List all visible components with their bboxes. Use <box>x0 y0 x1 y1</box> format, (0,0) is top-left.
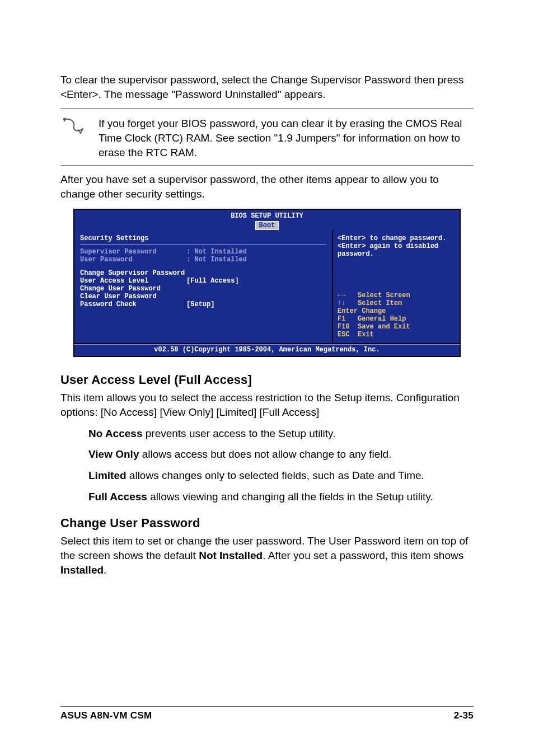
arrows-ud-icon: ↑↓ <box>338 299 358 307</box>
bios-key-f10-label: F10 <box>338 323 350 331</box>
bios-tab-boot: Boot <box>255 221 279 230</box>
bios-pwcheck-label: Password Check <box>80 300 186 308</box>
footer-page-number: 2-35 <box>454 710 474 721</box>
page-footer: ASUS A8N-VM CSM 2-35 <box>60 706 474 721</box>
option-limited-label: Limited <box>88 469 127 481</box>
option-view-only: View Only allows access but does not all… <box>88 447 474 462</box>
bios-left-pane: Security Settings Supervisor Password : … <box>74 230 333 343</box>
arrows-lr-icon: ←→ <box>338 292 358 299</box>
bios-footer: v02.58 (C)Copyright 1985-2004, American … <box>73 344 461 357</box>
bios-help-line2: <Enter> again to disabled password. <box>338 242 455 258</box>
bios-key-f1-label: F1 <box>338 315 345 323</box>
bios-screenshot: BIOS SETUP UTILITY Boot Security Setting… <box>73 209 461 357</box>
bios-title: BIOS SETUP UTILITY <box>74 212 460 220</box>
bios-key-esc-label: ESC <box>338 331 350 339</box>
bios-ual-value: [Full Access] <box>186 277 239 285</box>
option-view-only-label: View Only <box>88 448 139 460</box>
footer-product: ASUS A8N-VM CSM <box>60 710 152 721</box>
option-limited: Limited allows changes only to selected … <box>88 468 474 483</box>
section-change-user-password-body: Select this item to set or change the us… <box>60 534 474 577</box>
bios-clear-user: Clear User Password <box>80 293 326 300</box>
cup-installed: Installed <box>60 564 104 576</box>
bios-supervisor-label: Supervisor Password <box>80 248 186 256</box>
note-text: If you forget your BIOS password, you ca… <box>99 116 474 159</box>
cup-p1c: . After you set a password, this item sh… <box>263 550 463 561</box>
after-paragraph: After you have set a supervisor password… <box>60 172 474 201</box>
bios-key-enter: Change <box>362 307 386 315</box>
option-limited-body: allows changes only to selected fields, … <box>127 469 424 481</box>
divider <box>60 165 474 166</box>
divider <box>60 108 474 109</box>
note-row: If you forget your BIOS password, you ca… <box>60 116 474 159</box>
section-user-access-level-heading: User Access Level (Full Access] <box>60 373 474 387</box>
bios-key-esc: Exit <box>358 331 374 339</box>
bios-pwcheck-value: [Setup] <box>186 300 214 308</box>
bios-supervisor-value: : Not Installed <box>186 248 247 256</box>
bios-user-label: User Password <box>80 256 186 264</box>
cup-p1e: . <box>104 564 106 576</box>
option-no-access-body: prevents user access to the Setup utilit… <box>142 428 335 439</box>
section-change-user-password-heading: Change User Password <box>60 516 474 530</box>
bios-header: BIOS SETUP UTILITY Boot <box>73 209 461 230</box>
note-icon <box>60 116 87 139</box>
option-full-access: Full Access allows viewing and changing … <box>88 490 474 504</box>
bios-change-user: Change User Password <box>80 285 326 293</box>
option-full-access-body: allows viewing and changing all the fiel… <box>147 491 433 503</box>
bios-key-select-item: Select Item <box>358 299 402 307</box>
option-no-access: No Access prevents user access to the Se… <box>88 426 474 441</box>
bios-key-enter-label: Enter <box>338 307 358 315</box>
bios-ual-label: User Access Level <box>80 277 186 285</box>
cup-not-installed: Not Installed <box>199 550 263 561</box>
bios-user-value: : Not Installed <box>186 256 247 264</box>
bios-section-heading: Security Settings <box>80 234 326 242</box>
bios-key-f10: Save and Exit <box>358 323 410 331</box>
section-user-access-level-body: This item allows you to select the acces… <box>60 391 474 419</box>
bios-help-line1: <Enter> to change password. <box>338 234 455 242</box>
bios-change-supervisor: Change Supervisor Password <box>80 269 326 277</box>
option-full-access-label: Full Access <box>88 491 147 503</box>
bios-key-select-screen: Select Screen <box>358 292 410 299</box>
bios-right-pane: <Enter> to change password. <Enter> agai… <box>333 230 460 343</box>
intro-paragraph: To clear the supervisor password, select… <box>60 73 474 101</box>
option-no-access-label: No Access <box>88 428 142 439</box>
bios-key-f1: General Help <box>358 315 406 323</box>
option-view-only-body: allows access but does not allow change … <box>139 448 391 460</box>
